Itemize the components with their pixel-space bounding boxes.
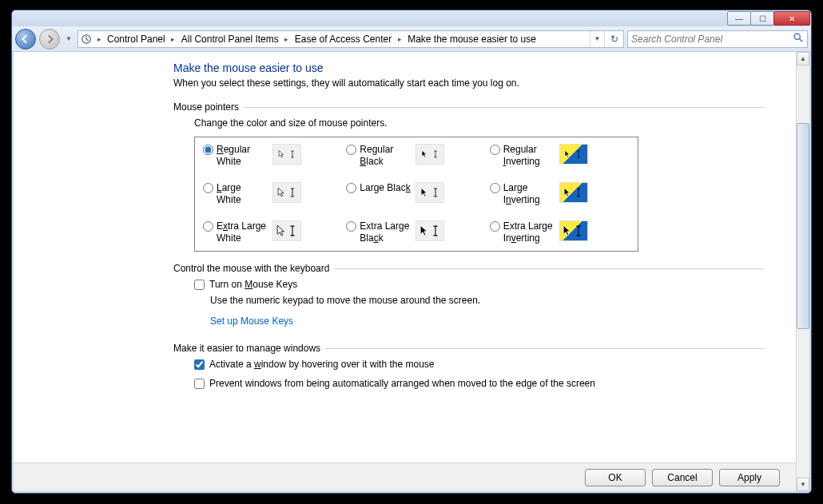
group-subtitle: Change the color and size of mouse point… — [194, 117, 764, 129]
pointer-preview-icon — [415, 220, 444, 241]
pointer-label[interactable]: Large Inverting — [503, 182, 555, 206]
crumb-2[interactable]: Ease of Access Center — [292, 31, 395, 47]
apply-button[interactable]: Apply — [719, 469, 780, 486]
pointer-label[interactable]: Regular Inverting — [503, 144, 555, 168]
crumb-sep[interactable]: ▸ — [94, 31, 104, 47]
pointer-radio[interactable] — [346, 221, 356, 232]
pointer-label[interactable]: Extra Large Inverting — [503, 220, 555, 244]
pointer-preview-icon — [559, 182, 588, 203]
nav-toolbar: ▼ ▸ Control Panel ▸ All Control Panel It… — [12, 26, 811, 52]
scroll-thumb[interactable] — [797, 123, 809, 329]
pointer-preview-icon — [415, 144, 444, 165]
hover-activate-checkbox[interactable] — [194, 359, 205, 370]
page-subtitle: When you select these settings, they wil… — [173, 77, 764, 89]
pointer-option: Extra Large Inverting — [490, 220, 630, 244]
divider — [325, 348, 764, 349]
location-icon — [78, 31, 94, 47]
pointer-option: Large Inverting — [490, 182, 630, 206]
crumb-1[interactable]: All Control Panel Items — [178, 31, 282, 47]
search-box[interactable] — [627, 30, 808, 48]
pointer-preview-icon — [272, 144, 301, 165]
divider — [334, 268, 764, 269]
divider — [244, 107, 764, 108]
pointer-radio[interactable] — [346, 183, 356, 193]
crumb-3[interactable]: Make the mouse easier to use — [404, 31, 539, 47]
page-title: Make the mouse easier to use — [173, 62, 764, 74]
content: Make the mouse easier to use When you se… — [14, 52, 796, 491]
svg-point-1 — [794, 34, 800, 39]
crumb-sep[interactable]: ▸ — [169, 31, 178, 47]
mousekeys-desc: Use the numeric keypad to move the mouse… — [210, 295, 764, 306]
pointer-option: Large White — [203, 182, 343, 206]
pointer-radio[interactable] — [490, 183, 500, 193]
pointer-preview-icon — [272, 220, 301, 241]
group-title: Control the mouse with the keyboard — [173, 263, 329, 274]
pointer-radio[interactable] — [346, 145, 356, 155]
group-title: Make it easier to manage windows — [173, 343, 320, 354]
address-bar[interactable]: ▸ Control Panel ▸ All Control Panel Item… — [78, 30, 624, 48]
group-mouse-pointers: Mouse pointers Change the color and size… — [173, 101, 764, 252]
content-area: Make the mouse easier to use When you se… — [12, 52, 811, 493]
prevent-arrange-label[interactable]: Prevent windows from being automatically… — [209, 378, 595, 389]
refresh-button[interactable]: ↻ — [604, 31, 623, 47]
pointer-option: Large Black — [346, 182, 486, 206]
pointer-option: Extra Large White — [203, 220, 343, 244]
window-frame: — ☐ ✕ ▼ ▸ Control Panel ▸ All Control Pa… — [11, 10, 812, 494]
pointer-label[interactable]: Extra Large White — [217, 220, 268, 244]
search-input[interactable] — [631, 34, 793, 45]
svg-line-2 — [800, 39, 803, 42]
address-dropdown[interactable]: ▼ — [590, 31, 604, 47]
pointer-preview-icon — [415, 182, 444, 203]
search-icon — [793, 32, 804, 46]
cancel-button[interactable]: Cancel — [652, 469, 713, 486]
minimize-button[interactable]: — — [727, 11, 751, 26]
pointer-label[interactable]: Regular White — [217, 144, 268, 168]
vertical-scrollbar[interactable]: ▲ ▼ — [796, 52, 809, 491]
scroll-down-button[interactable]: ▼ — [797, 478, 809, 491]
mousekeys-checkbox[interactable] — [194, 280, 205, 290]
pointer-preview-icon — [559, 220, 588, 241]
scroll-track[interactable] — [797, 65, 809, 478]
hover-activate-label[interactable]: Activate a window by hovering over it wi… — [209, 359, 434, 370]
group-windows: Make it easier to manage windows Activat… — [173, 343, 764, 389]
pointer-radio[interactable] — [490, 145, 500, 155]
close-button[interactable]: ✕ — [773, 11, 810, 26]
pointer-radio[interactable] — [203, 145, 213, 155]
forward-button[interactable] — [39, 29, 60, 50]
pointer-label[interactable]: Large Black — [360, 182, 411, 194]
pointer-radio[interactable] — [203, 221, 213, 232]
pointer-option: Regular Black — [346, 144, 486, 168]
pointer-grid: Regular White Regular Black Regular Inve… — [194, 137, 638, 252]
pointer-label[interactable]: Regular Black — [360, 144, 411, 168]
history-dropdown[interactable]: ▼ — [63, 31, 74, 47]
pointer-label[interactable]: Extra Large Black — [360, 220, 411, 244]
pointer-option: Regular Inverting — [490, 144, 630, 168]
back-button[interactable] — [15, 29, 36, 50]
crumb-sep[interactable]: ▸ — [395, 31, 404, 47]
pointer-option: Extra Large Black — [346, 220, 486, 244]
prevent-arrange-checkbox[interactable] — [194, 379, 205, 389]
crumb-sep[interactable]: ▸ — [282, 31, 292, 47]
pointer-radio[interactable] — [490, 221, 500, 232]
window-buttons: — ☐ ✕ — [728, 11, 810, 26]
pointer-label[interactable]: Large White — [217, 182, 268, 206]
mousekeys-label[interactable]: Turn on Mouse Keys — [209, 279, 297, 290]
maximize-button[interactable]: ☐ — [750, 11, 774, 26]
ok-button[interactable]: OK — [585, 469, 646, 486]
group-title: Mouse pointers — [173, 101, 239, 113]
crumb-0[interactable]: Control Panel — [104, 31, 169, 47]
pointer-preview-icon — [272, 182, 301, 203]
scroll-up-button[interactable]: ▲ — [797, 52, 809, 65]
command-buttons: OK Cancel Apply — [14, 462, 796, 491]
titlebar: — ☐ ✕ — [12, 10, 811, 26]
pointer-radio[interactable] — [203, 183, 213, 193]
pointer-option: Regular White — [203, 144, 343, 168]
group-keyboard: Control the mouse with the keyboard Turn… — [173, 263, 764, 327]
setup-mousekeys-link[interactable]: Set up Mouse Keys — [210, 315, 293, 327]
pointer-preview-icon — [559, 144, 588, 165]
